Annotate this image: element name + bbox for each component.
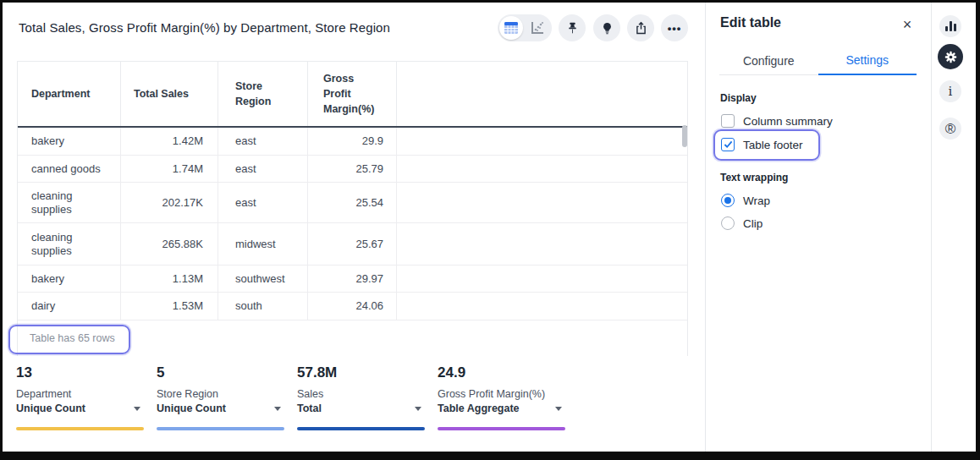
- cell-store-region[interactable]: east: [218, 156, 308, 182]
- r-logo-icon: ®: [945, 122, 956, 136]
- cell-total-sales[interactable]: 1.13M: [121, 266, 218, 292]
- cell-store-region[interactable]: midwest: [218, 223, 308, 265]
- cell-gross-profit-margin[interactable]: 29.97: [308, 266, 397, 292]
- cell-store-region[interactable]: east: [218, 128, 308, 155]
- cell-department[interactable]: dairy: [18, 293, 121, 320]
- cell-store-region[interactable]: east: [218, 183, 308, 222]
- stat-accent-bar: [297, 427, 425, 430]
- checkbox-checked[interactable]: [721, 138, 735, 151]
- cell-department[interactable]: cleaning supplies: [18, 183, 121, 222]
- close-icon: ×: [903, 16, 912, 34]
- chevron-down-icon[interactable]: [134, 407, 140, 411]
- option-clip[interactable]: Clip: [721, 216, 763, 230]
- panel-title: Edit table: [720, 15, 781, 30]
- panel-divider: [705, 3, 706, 452]
- option-column-summary[interactable]: Column summary: [721, 114, 833, 128]
- stat-sales: 57.8M Sales Total: [297, 364, 425, 432]
- data-table: Department Total Sales Store Region Gros…: [17, 61, 688, 356]
- cell-store-region[interactable]: southwest: [218, 266, 308, 292]
- cell-gross-profit-margin[interactable]: 25.67: [308, 223, 397, 265]
- cell-total-sales[interactable]: 1.74M: [121, 156, 218, 182]
- option-table-footer[interactable]: Table footer: [721, 138, 803, 151]
- close-panel-button[interactable]: ×: [896, 14, 918, 36]
- stat-store-region: 5 Store Region Unique Count: [157, 364, 284, 432]
- stat-value: 24.9: [438, 364, 565, 381]
- cell-total-sales[interactable]: 202.17K: [121, 183, 218, 222]
- cell-total-sales[interactable]: 265.88K: [121, 223, 218, 265]
- stat-aggregate: Unique Count: [157, 402, 226, 416]
- ellipsis-icon: •••: [668, 23, 682, 34]
- info-button[interactable]: i: [939, 80, 961, 102]
- table-scrollbar[interactable]: [682, 125, 687, 147]
- text-wrapping-section-label: Text wrapping: [720, 172, 788, 183]
- view-toggle: [498, 14, 552, 41]
- column-header-total-sales[interactable]: Total Sales: [121, 62, 218, 126]
- column-header-store-region[interactable]: Store Region: [218, 62, 308, 126]
- column-header-department[interactable]: Department: [18, 62, 121, 126]
- chart-element-button[interactable]: [939, 15, 961, 37]
- row-count-text: Table has 65 rows: [30, 332, 115, 344]
- column-header-gross-profit-margin[interactable]: Gross Profit Margin(%): [308, 62, 397, 126]
- chevron-down-icon[interactable]: [415, 407, 421, 411]
- table-row: canned goods 1.74M east 25.79: [18, 156, 687, 183]
- table-view-button[interactable]: [499, 16, 523, 40]
- cell-total-sales[interactable]: 1.53M: [121, 293, 218, 320]
- option-wrap[interactable]: Wrap: [721, 194, 770, 207]
- checkbox-unchecked[interactable]: [721, 114, 735, 128]
- option-label: Wrap: [743, 194, 770, 207]
- gear-icon: [944, 50, 958, 64]
- cell-total-sales[interactable]: 1.42M: [121, 128, 218, 155]
- stat-label: Department: [16, 387, 144, 402]
- page-title: Total Sales, Gross Profit Margin(%) by D…: [19, 20, 390, 35]
- info-icon: i: [949, 84, 953, 99]
- radio-unselected[interactable]: [721, 216, 735, 230]
- stat-value: 57.8M: [297, 364, 425, 381]
- table-row: cleaning supplies 202.17K east 25.54: [18, 183, 687, 223]
- radio-selected[interactable]: [721, 194, 735, 207]
- r-logo-button[interactable]: ®: [939, 118, 961, 140]
- stat-department: 13 Department Unique Count: [16, 364, 144, 432]
- app-window: Total Sales, Gross Profit Margin(%) by D…: [3, 3, 976, 452]
- table-row: bakery 1.42M east 29.9: [18, 128, 687, 156]
- table-icon: [504, 22, 518, 34]
- table-row: cleaning supplies 265.88K midwest 25.67: [18, 223, 687, 266]
- tab-settings[interactable]: Settings: [818, 47, 917, 75]
- tab-configure[interactable]: Configure: [719, 47, 818, 75]
- cell-department[interactable]: cleaning supplies: [18, 223, 121, 265]
- cell-department[interactable]: bakery: [18, 266, 121, 292]
- scatter-chart-icon: [530, 20, 545, 36]
- explore-button[interactable]: [593, 14, 620, 41]
- stat-label: Gross Profit Margin(%): [438, 387, 565, 402]
- chevron-down-icon[interactable]: [274, 407, 281, 411]
- cell-department[interactable]: bakery: [18, 128, 121, 155]
- option-label: Clip: [743, 217, 763, 230]
- checkmark-icon: [724, 140, 733, 149]
- more-options-button[interactable]: •••: [661, 14, 688, 41]
- stat-value: 5: [157, 364, 284, 381]
- panel-tabs: Configure Settings: [719, 47, 917, 75]
- share-button[interactable]: [627, 14, 654, 41]
- table-row: dairy 1.53M south 24.06: [18, 293, 687, 320]
- share-icon: [634, 21, 648, 36]
- stat-accent-bar: [157, 427, 284, 430]
- cell-gross-profit-margin[interactable]: 25.79: [308, 156, 397, 182]
- bar-chart-icon: [945, 21, 956, 31]
- stat-accent-bar: [438, 427, 565, 430]
- chevron-down-icon[interactable]: [555, 407, 562, 411]
- stat-label: Sales: [297, 387, 425, 402]
- cell-department[interactable]: canned goods: [18, 156, 121, 182]
- stat-aggregate: Total: [297, 402, 322, 416]
- settings-button-active[interactable]: [938, 44, 963, 69]
- cell-gross-profit-margin[interactable]: 29.9: [308, 128, 397, 155]
- option-label: Table footer: [743, 139, 803, 151]
- table-row: bakery 1.13M southwest 29.97: [18, 266, 687, 293]
- cell-gross-profit-margin[interactable]: 24.06: [308, 293, 397, 320]
- column-header-empty: [397, 62, 687, 126]
- table-footer: Table has 65 rows: [18, 320, 687, 356]
- stat-accent-bar: [16, 427, 144, 430]
- chart-view-button[interactable]: [528, 19, 547, 36]
- cell-store-region[interactable]: south: [218, 293, 308, 320]
- pin-button[interactable]: [559, 14, 586, 41]
- option-label: Column summary: [743, 115, 833, 128]
- cell-gross-profit-margin[interactable]: 25.54: [308, 183, 397, 222]
